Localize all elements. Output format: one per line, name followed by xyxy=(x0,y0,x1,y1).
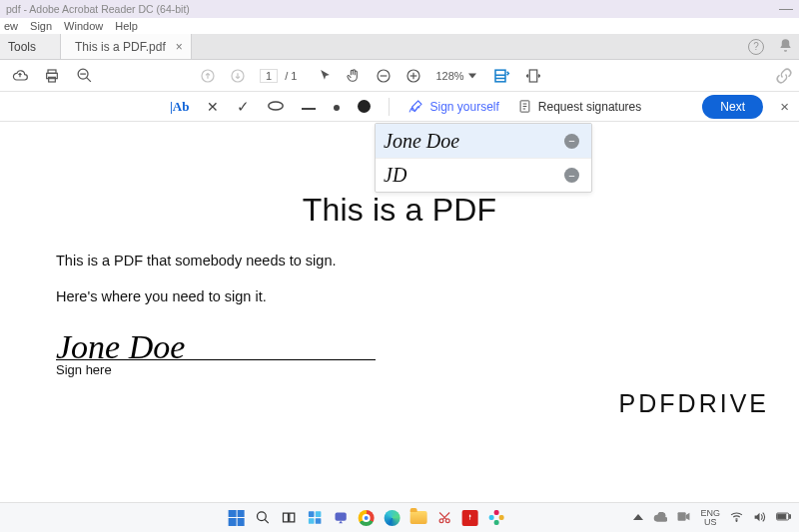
page-current-input[interactable]: 1 xyxy=(260,69,278,83)
svg-rect-2 xyxy=(49,77,56,82)
select-tool-icon[interactable] xyxy=(319,69,332,82)
snip-icon[interactable] xyxy=(435,509,453,527)
next-button[interactable]: Next xyxy=(702,95,763,119)
watermark-text: PDFDRIVE xyxy=(619,389,769,418)
chrome-icon[interactable] xyxy=(358,509,376,527)
zoom-dropdown[interactable]: 128% xyxy=(435,70,475,82)
menu-view[interactable]: ew xyxy=(4,20,18,32)
chat-icon[interactable] xyxy=(332,509,350,527)
svg-rect-24 xyxy=(308,518,314,524)
tab-document[interactable]: This is a PDF.pdf × xyxy=(61,34,192,59)
document-icon xyxy=(517,99,532,114)
tray-battery-icon[interactable] xyxy=(776,512,791,523)
tray-chevron-icon[interactable] xyxy=(633,512,643,524)
tray-volume-icon[interactable] xyxy=(753,511,766,525)
hand-tool-icon[interactable] xyxy=(346,68,362,84)
signature-caption: Sign here xyxy=(56,362,376,377)
window-titlebar: pdf - Adobe Acrobat Reader DC (64-bit) xyxy=(0,0,799,18)
close-panel-icon[interactable]: × xyxy=(780,98,789,115)
svg-point-15 xyxy=(269,102,283,110)
zoom-label: 128% xyxy=(435,70,463,82)
svg-rect-25 xyxy=(315,518,321,524)
document-title: This is a PDF xyxy=(0,192,799,229)
page-total: / 1 xyxy=(285,70,297,82)
svg-rect-26 xyxy=(335,513,346,521)
zoom-out-magnifier-icon[interactable] xyxy=(76,67,93,84)
signature-option-initials[interactable]: JD − xyxy=(376,158,591,192)
svg-rect-22 xyxy=(308,511,314,517)
menu-help[interactable]: Help xyxy=(115,20,138,32)
window-minimize-icon[interactable] xyxy=(779,9,793,10)
request-signatures-button[interactable]: Request signatures xyxy=(517,99,641,114)
app-window: pdf - Adobe Acrobat Reader DC (64-bit) e… xyxy=(0,0,799,532)
document-line-2: Here's where you need to sign it. xyxy=(56,288,799,304)
svg-point-30 xyxy=(736,520,737,521)
crossmark-tool-icon[interactable]: ✕ xyxy=(207,99,219,115)
remove-signature-icon[interactable]: − xyxy=(564,134,579,149)
checkmark-tool-icon[interactable]: ✓ xyxy=(237,98,250,116)
system-tray: ENGUS xyxy=(633,509,791,527)
signature-initials-preview: JD xyxy=(384,164,406,187)
edge-icon[interactable] xyxy=(384,509,401,527)
sign-yourself-label: Sign yourself xyxy=(429,100,498,114)
sign-yourself-button[interactable]: Sign yourself xyxy=(407,99,498,115)
tray-onedrive-icon[interactable] xyxy=(653,512,667,524)
line-tool-icon[interactable] xyxy=(302,100,316,114)
svg-rect-32 xyxy=(789,515,790,518)
tabstrip: Tools This is a PDF.pdf × ? xyxy=(0,34,799,60)
divider xyxy=(389,98,390,116)
document-line-1: This is a PDF that somebody needs to sig… xyxy=(56,253,799,268)
svg-line-19 xyxy=(265,519,269,523)
circle-tool-icon[interactable] xyxy=(268,100,284,114)
taskbar-search-icon[interactable] xyxy=(254,509,272,527)
task-view-icon[interactable] xyxy=(280,509,298,527)
notification-bell-icon[interactable] xyxy=(778,38,793,56)
svg-rect-21 xyxy=(289,513,294,522)
zoom-out-icon[interactable] xyxy=(376,68,392,84)
svg-line-5 xyxy=(87,78,91,82)
tray-meet-icon[interactable] xyxy=(677,511,690,524)
remove-initials-icon[interactable]: − xyxy=(564,168,579,183)
request-signatures-label: Request signatures xyxy=(538,100,641,114)
help-icon[interactable]: ? xyxy=(748,39,764,55)
window-title: pdf - Adobe Acrobat Reader DC (64-bit) xyxy=(6,3,190,15)
svg-rect-33 xyxy=(778,514,786,519)
color-picker-dot[interactable] xyxy=(358,100,371,113)
tab-close-icon[interactable]: × xyxy=(176,40,183,54)
menu-sign[interactable]: Sign xyxy=(30,20,52,32)
slack-icon[interactable] xyxy=(487,509,505,527)
signature-dropdown-menu: Jone Doe − JD − xyxy=(375,123,592,193)
width-fit-icon[interactable] xyxy=(524,68,542,84)
windows-taskbar: ENGUS xyxy=(0,502,799,532)
next-button-label: Next xyxy=(720,100,745,114)
tray-wifi-icon[interactable] xyxy=(730,511,743,524)
page-indicator: 1 / 1 xyxy=(260,70,297,82)
signature-full-preview: Jone Doe xyxy=(384,130,459,153)
svg-rect-29 xyxy=(678,512,686,521)
tray-language-indicator[interactable]: ENGUS xyxy=(700,509,720,527)
primary-toolbar: 1 / 1 128% xyxy=(0,60,799,92)
svg-rect-13 xyxy=(495,70,505,82)
signature-icon xyxy=(407,99,423,115)
file-explorer-icon[interactable] xyxy=(409,509,427,527)
start-button-icon[interactable] xyxy=(228,509,246,527)
tab-tools-label: Tools xyxy=(8,40,36,54)
print-icon[interactable] xyxy=(44,68,60,84)
add-text-tool-icon[interactable]: |Ab xyxy=(170,99,189,115)
menubar: ew Sign Window Help xyxy=(0,18,799,34)
signature-option-full[interactable]: Jone Doe − xyxy=(376,124,591,158)
page-down-icon[interactable] xyxy=(230,68,246,84)
menu-window[interactable]: Window xyxy=(64,20,103,32)
acrobat-icon[interactable] xyxy=(461,509,479,527)
save-to-cloud-icon[interactable] xyxy=(12,68,28,84)
zoom-in-icon[interactable] xyxy=(405,68,421,84)
tab-tools[interactable]: Tools xyxy=(0,34,61,59)
signature-field[interactable]: Jone Doe Sign here xyxy=(56,332,376,377)
widgets-icon[interactable] xyxy=(306,509,324,527)
tab-document-label: This is a PDF.pdf xyxy=(75,40,166,54)
page-up-icon[interactable] xyxy=(200,68,216,84)
share-link-icon[interactable] xyxy=(775,67,793,85)
dot-tool-icon[interactable] xyxy=(334,100,340,114)
scroll-mode-icon[interactable] xyxy=(490,66,510,86)
fill-sign-toolbar: |Ab ✕ ✓ Sign yourself Request signatures… xyxy=(0,92,799,122)
